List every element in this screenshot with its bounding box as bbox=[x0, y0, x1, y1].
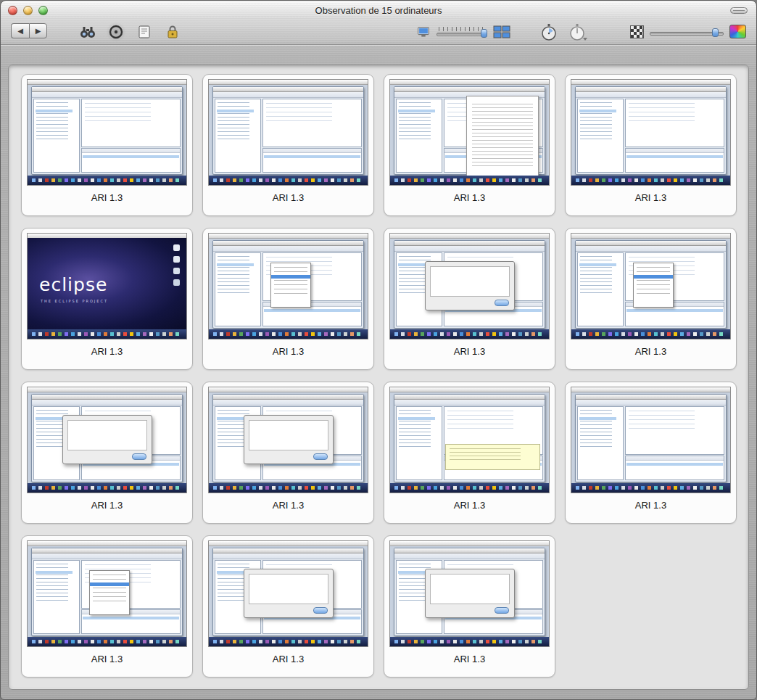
note-icon bbox=[136, 23, 153, 41]
computer-grid: eclipse THE ECLIPSE PROJECT ARI 1.3 bbox=[9, 65, 748, 686]
observe-button[interactable] bbox=[106, 22, 126, 42]
mini-menubar bbox=[209, 387, 368, 392]
mini-dialog bbox=[244, 415, 334, 464]
mini-menubar bbox=[390, 234, 549, 239]
screen-thumbnail: eclipse THE ECLIPSE PROJECT bbox=[389, 387, 550, 493]
computer-cell[interactable]: eclipse THE ECLIPSE PROJECT ARI 1.3 bbox=[384, 74, 555, 216]
refresh-delay-button[interactable] bbox=[539, 22, 559, 43]
mini-dock bbox=[28, 176, 186, 185]
mini-toolbar bbox=[213, 553, 363, 559]
mini-titlebar bbox=[213, 548, 363, 553]
computer-label: ARI 1.3 bbox=[91, 346, 123, 357]
message-button[interactable] bbox=[134, 22, 154, 42]
eclipse-logo-subtitle: THE ECLIPSE PROJECT bbox=[41, 299, 108, 303]
computer-cell[interactable]: eclipse THE ECLIPSE PROJECT ARI 1.3 bbox=[202, 228, 374, 370]
mini-dock bbox=[28, 483, 186, 493]
slider-thumb[interactable] bbox=[712, 28, 719, 37]
lock-screen-button[interactable] bbox=[162, 22, 183, 42]
mini-context-menu bbox=[89, 570, 130, 615]
mini-menubar bbox=[28, 541, 186, 546]
screen-thumbnail: eclipse THE ECLIPSE PROJECT bbox=[208, 387, 368, 493]
mini-menubar bbox=[28, 80, 186, 85]
observe-target-icon bbox=[107, 23, 125, 41]
back-button[interactable]: ◀ bbox=[11, 23, 29, 38]
mini-dock-icons bbox=[576, 332, 579, 336]
computer-label: ARI 1.3 bbox=[91, 500, 123, 511]
screen-thumbnail: eclipse THE ECLIPSE PROJECT bbox=[571, 233, 731, 339]
toolbar: ◀ ▶ bbox=[1, 20, 756, 45]
mini-menubar bbox=[571, 234, 730, 239]
mini-menubar bbox=[209, 234, 368, 239]
screen-thumbnail: eclipse THE ECLIPSE PROJECT bbox=[389, 233, 550, 339]
mini-window bbox=[575, 240, 727, 329]
computer-label: ARI 1.3 bbox=[273, 192, 304, 203]
computer-cell[interactable]: eclipse THE ECLIPSE PROJECT ARI 1.3 bbox=[565, 382, 737, 524]
screen-thumbnail: eclipse THE ECLIPSE PROJECT bbox=[208, 79, 368, 186]
mini-bottom-panel bbox=[625, 456, 724, 480]
computer-cell[interactable]: eclipse THE ECLIPSE PROJECT ARI 1.3 bbox=[384, 228, 555, 370]
screen-thumbnail: eclipse THE ECLIPSE PROJECT bbox=[571, 387, 731, 493]
mini-left-panel bbox=[396, 99, 442, 173]
computer-cell[interactable]: eclipse THE ECLIPSE PROJECT ARI 1.3 bbox=[21, 228, 193, 370]
window-title: Observation de 15 ordinateurs bbox=[1, 5, 756, 16]
mini-window bbox=[394, 86, 545, 175]
mini-dock-icons bbox=[32, 178, 36, 182]
mini-context-menu bbox=[270, 263, 311, 308]
computer-cell[interactable]: eclipse THE ECLIPSE PROJECT ARI 1.3 bbox=[384, 382, 555, 524]
computer-cell[interactable]: eclipse THE ECLIPSE PROJECT ARI 1.3 bbox=[21, 382, 193, 524]
mini-dock bbox=[209, 637, 368, 646]
mini-titlebar bbox=[32, 87, 182, 92]
titlebar[interactable]: Observation de 15 ordinateurs bbox=[1, 1, 756, 20]
mini-titlebar bbox=[213, 87, 363, 92]
forward-button[interactable]: ▶ bbox=[29, 23, 47, 38]
mini-dock bbox=[28, 329, 186, 339]
mini-main-panel bbox=[81, 99, 181, 147]
mini-dock-icons bbox=[394, 178, 398, 182]
mini-window bbox=[575, 86, 727, 175]
mini-bottom-panel bbox=[262, 148, 362, 173]
mini-left-panel bbox=[215, 99, 261, 173]
screens-grid-icon bbox=[492, 25, 511, 39]
mini-dock bbox=[209, 483, 368, 493]
mini-toolbar bbox=[32, 92, 182, 98]
mini-menubar bbox=[390, 387, 549, 392]
toolbar-toggle-widget[interactable] bbox=[730, 7, 748, 14]
mini-window bbox=[394, 394, 545, 482]
mini-dock-icons bbox=[576, 178, 579, 182]
mini-dock-icons bbox=[213, 640, 217, 643]
mini-titlebar bbox=[32, 395, 182, 400]
mini-toolbar bbox=[576, 400, 726, 405]
mini-main-panel bbox=[625, 406, 724, 455]
computer-cell[interactable]: eclipse THE ECLIPSE PROJECT ARI 1.3 bbox=[202, 535, 374, 678]
eclipse-splash: eclipse THE ECLIPSE PROJECT bbox=[28, 238, 186, 329]
screen-thumbnail: eclipse THE ECLIPSE PROJECT bbox=[389, 79, 550, 186]
slider-thumb[interactable] bbox=[481, 29, 487, 38]
quality-slider[interactable] bbox=[650, 25, 724, 38]
computer-label: ARI 1.3 bbox=[454, 500, 485, 511]
mini-dock-icons bbox=[32, 640, 36, 643]
mini-toolbar bbox=[394, 553, 545, 559]
computer-cell[interactable]: eclipse THE ECLIPSE PROJECT ARI 1.3 bbox=[565, 74, 737, 216]
computer-cell[interactable]: eclipse THE ECLIPSE PROJECT ARI 1.3 bbox=[202, 382, 374, 524]
mini-toolbar bbox=[213, 400, 363, 405]
mini-dock-icons bbox=[32, 332, 36, 336]
mini-window bbox=[31, 86, 183, 175]
display-icon bbox=[415, 25, 431, 39]
computer-cell[interactable]: eclipse THE ECLIPSE PROJECT ARI 1.3 bbox=[21, 74, 193, 216]
computer-cell[interactable]: eclipse THE ECLIPSE PROJECT ARI 1.3 bbox=[565, 228, 737, 370]
search-button[interactable] bbox=[78, 22, 98, 42]
mini-dock bbox=[28, 637, 186, 646]
mini-left-panel bbox=[215, 252, 261, 326]
computer-cell[interactable]: eclipse THE ECLIPSE PROJECT ARI 1.3 bbox=[384, 535, 555, 678]
mini-window bbox=[394, 548, 545, 636]
screen-thumbnail: eclipse THE ECLIPSE PROJECT bbox=[27, 387, 187, 493]
mini-titlebar bbox=[576, 395, 726, 400]
mini-toolbar bbox=[213, 246, 363, 252]
timer-menu-button[interactable] bbox=[568, 22, 589, 43]
mini-toolbar bbox=[394, 400, 545, 405]
screen-size-slider[interactable] bbox=[437, 26, 487, 38]
computer-label: ARI 1.3 bbox=[635, 346, 666, 357]
computer-cell[interactable]: eclipse THE ECLIPSE PROJECT ARI 1.3 bbox=[202, 74, 374, 216]
screen-thumbnail: eclipse THE ECLIPSE PROJECT bbox=[208, 540, 368, 647]
computer-cell[interactable]: eclipse THE ECLIPSE PROJECT ARI 1.3 bbox=[21, 535, 193, 678]
